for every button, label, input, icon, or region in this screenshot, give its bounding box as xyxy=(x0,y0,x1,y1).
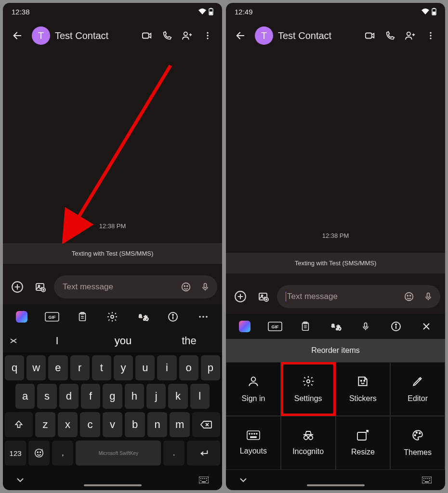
grid-settings[interactable]: Settings xyxy=(281,362,336,416)
key-p[interactable]: p xyxy=(201,355,220,380)
message-input[interactable]: Text message xyxy=(277,285,440,308)
grid-editor[interactable]: Editor xyxy=(390,362,445,416)
suggestion-1[interactable]: I xyxy=(24,335,90,347)
voice-input-button[interactable] xyxy=(197,277,213,297)
translate-button[interactable]: aあ xyxy=(325,316,346,337)
period-key[interactable]: . xyxy=(163,441,184,466)
grid-incognito[interactable]: Incognito xyxy=(281,416,336,470)
key-u[interactable]: u xyxy=(135,355,155,380)
grid-signin[interactable]: Sign in xyxy=(226,362,281,416)
collapse-keyboard-icon[interactable] xyxy=(16,478,24,482)
voice-input-button[interactable] xyxy=(420,287,436,306)
dismiss-suggestions-button[interactable] xyxy=(3,338,24,344)
contact-avatar[interactable]: T xyxy=(32,26,50,45)
keyboard-switcher-icon[interactable] xyxy=(199,477,209,483)
contact-name[interactable]: Test Contact xyxy=(55,30,132,41)
collapse-keyboard-icon[interactable] xyxy=(239,478,247,482)
key-i[interactable]: i xyxy=(157,355,176,380)
key-h[interactable]: h xyxy=(125,384,144,409)
comma-key[interactable]: , xyxy=(52,441,73,466)
mode-key[interactable]: 123 xyxy=(5,441,26,466)
svg-rect-39 xyxy=(202,481,206,482)
settings-icon[interactable] xyxy=(102,306,123,327)
video-call-button[interactable] xyxy=(360,26,380,45)
contact-name[interactable]: Test Contact xyxy=(278,30,356,41)
emoji-button[interactable] xyxy=(401,287,417,306)
key-o[interactable]: o xyxy=(179,355,198,380)
add-person-button[interactable] xyxy=(401,26,420,45)
back-button[interactable] xyxy=(8,26,27,45)
copilot-icon[interactable] xyxy=(234,316,255,337)
svg-point-54 xyxy=(410,295,411,296)
key-t[interactable]: t xyxy=(92,355,111,380)
add-attachment-button[interactable] xyxy=(8,277,27,297)
enter-key[interactable] xyxy=(187,441,220,466)
svg-rect-16 xyxy=(204,284,207,288)
clipboard-button[interactable] xyxy=(295,316,316,337)
key-y[interactable]: y xyxy=(114,355,133,380)
gallery-button[interactable] xyxy=(254,287,273,306)
contact-avatar[interactable]: T xyxy=(255,26,273,45)
key-row-2: a s d f g h j k l xyxy=(5,384,220,409)
clipboard-button[interactable] xyxy=(72,306,93,327)
suggestion-2[interactable]: you xyxy=(90,335,156,347)
key-q[interactable]: q xyxy=(5,355,24,380)
svg-point-35 xyxy=(204,478,205,479)
key-c[interactable]: c xyxy=(80,412,100,437)
key-a[interactable]: a xyxy=(15,384,35,409)
video-call-button[interactable] xyxy=(137,26,157,45)
mic-button[interactable] xyxy=(355,316,376,337)
emoji-key[interactable] xyxy=(28,441,50,466)
info-button[interactable] xyxy=(385,316,407,337)
svg-point-6 xyxy=(207,35,208,36)
key-g[interactable]: g xyxy=(103,384,122,409)
key-f[interactable]: f xyxy=(81,384,100,409)
key-e[interactable]: e xyxy=(48,355,67,380)
more-toolbar-button[interactable] xyxy=(193,306,214,327)
suggestion-3[interactable]: the xyxy=(156,335,222,347)
grid-resize[interactable]: Resize xyxy=(336,416,391,470)
space-key[interactable]: Microsoft SwiftKey xyxy=(76,441,161,466)
key-s[interactable]: s xyxy=(37,384,56,409)
info-button[interactable] xyxy=(162,306,184,327)
wifi-icon xyxy=(421,8,430,15)
key-n[interactable]: n xyxy=(147,412,168,437)
key-l[interactable]: l xyxy=(190,384,210,409)
emoji-button[interactable] xyxy=(178,277,194,297)
gif-button[interactable]: GIF xyxy=(264,316,286,337)
more-button[interactable] xyxy=(198,26,217,45)
message-input[interactable]: Text message xyxy=(54,275,217,298)
backspace-key[interactable] xyxy=(192,412,220,437)
nav-gesture-pill[interactable] xyxy=(307,484,365,486)
shift-key[interactable] xyxy=(5,412,33,437)
grid-layouts[interactable]: Layouts xyxy=(226,416,281,470)
nav-gesture-pill[interactable] xyxy=(84,484,142,486)
gif-button[interactable]: GIF xyxy=(41,306,63,327)
key-x[interactable]: x xyxy=(58,412,78,437)
key-w[interactable]: w xyxy=(26,355,46,380)
grid-themes[interactable]: Themes xyxy=(390,416,445,470)
add-person-button[interactable] xyxy=(178,26,197,45)
add-attachment-button[interactable] xyxy=(231,287,250,306)
voice-call-button[interactable] xyxy=(158,26,177,45)
more-button[interactable] xyxy=(421,26,440,45)
key-k[interactable]: k xyxy=(168,384,187,409)
key-v[interactable]: v xyxy=(103,412,123,437)
key-r[interactable]: r xyxy=(70,355,90,380)
keyboard-switcher-icon[interactable] xyxy=(422,477,432,483)
gallery-button[interactable] xyxy=(31,277,50,297)
grid-stickers[interactable]: Stickers xyxy=(336,362,391,416)
key-b[interactable]: b xyxy=(125,412,145,437)
key-m[interactable]: m xyxy=(170,412,190,437)
back-button[interactable] xyxy=(231,26,250,45)
key-z[interactable]: z xyxy=(35,412,55,437)
voice-call-button[interactable] xyxy=(381,26,400,45)
svg-rect-81 xyxy=(422,477,432,483)
translate-button[interactable]: aあ xyxy=(132,306,153,327)
copilot-icon[interactable] xyxy=(11,306,32,327)
key-j[interactable]: j xyxy=(146,384,166,409)
svg-text:GIF: GIF xyxy=(272,324,279,329)
close-toolbar-button[interactable] xyxy=(416,316,437,337)
key-d[interactable]: d xyxy=(59,384,79,409)
svg-point-5 xyxy=(207,32,208,34)
